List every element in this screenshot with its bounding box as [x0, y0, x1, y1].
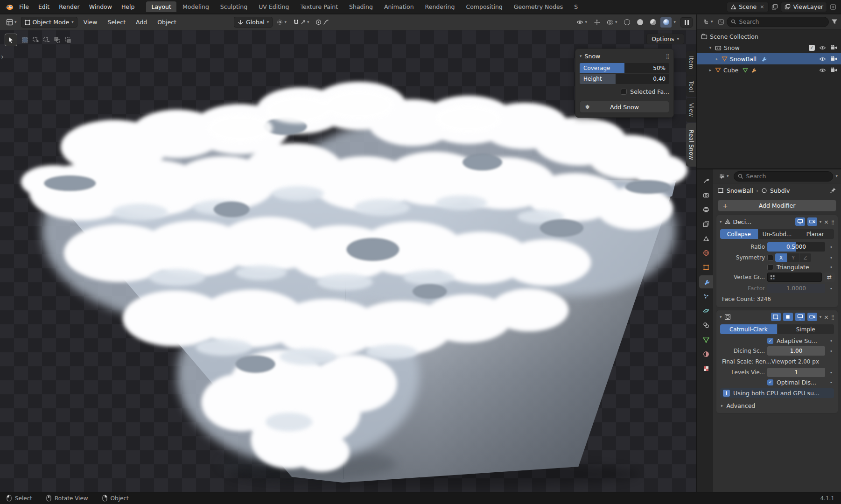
tab-object-data[interactable]	[699, 333, 713, 346]
snow-panel-header[interactable]: ▾ Snow ⣿	[580, 52, 669, 63]
animate-dot-icon[interactable]: •	[827, 338, 835, 344]
options-dropdown[interactable]: Options ▾	[646, 34, 684, 44]
drag-handle-icon[interactable]: ⣿	[831, 219, 834, 224]
shading-wireframe-button[interactable]	[621, 17, 632, 28]
workspace-tab-animation[interactable]: Animation	[379, 1, 419, 12]
workspace-tab-rendering[interactable]: Rendering	[420, 1, 460, 12]
viewport-menu-select[interactable]: Select	[103, 17, 130, 27]
animate-dot-icon[interactable]: •	[827, 348, 835, 354]
chevron-down-icon[interactable]: ▾	[720, 315, 722, 319]
display-viewport-toggle[interactable]	[795, 217, 805, 226]
shading-solid-button[interactable]	[634, 17, 645, 28]
disable-render-camera-icon[interactable]	[830, 45, 837, 50]
sidebar-tab-item[interactable]: Item	[686, 51, 696, 75]
tab-particles[interactable]	[699, 290, 713, 303]
menu-render[interactable]: Render	[55, 2, 84, 12]
vertex-group-input[interactable]	[767, 273, 822, 282]
tab-view-layer[interactable]	[699, 217, 713, 231]
proportional-editing-button[interactable]	[313, 18, 331, 27]
sidebar-tab-real-snow[interactable]: Real Snow	[686, 123, 696, 167]
animate-dot-icon[interactable]: •	[827, 244, 835, 250]
viewport-menu-view[interactable]: View	[79, 17, 102, 27]
workspace-tab-truncated[interactable]: S	[569, 1, 583, 12]
menu-edit[interactable]: Edit	[34, 2, 54, 12]
menu-help[interactable]: Help	[117, 2, 139, 12]
collection-checkbox[interactable]: ✓	[809, 45, 815, 51]
extras-chevron-icon[interactable]: ▾	[820, 315, 822, 319]
tab-constraints[interactable]	[699, 319, 713, 332]
select-mode-extend-button[interactable]	[31, 35, 40, 45]
height-slider[interactable]: Height 0.40	[580, 74, 669, 84]
outliner-display-mode-icon[interactable]	[718, 19, 724, 25]
snap-magnet-button[interactable]: ▾	[291, 18, 312, 27]
breadcrumb-object[interactable]: SnowBall	[727, 187, 753, 194]
tab-physics[interactable]	[699, 304, 713, 317]
disable-render-camera-icon[interactable]	[830, 67, 837, 73]
animate-dot-icon[interactable]: •	[827, 370, 835, 376]
shading-rendered-button[interactable]	[660, 17, 672, 28]
gizmos-button[interactable]	[591, 18, 603, 27]
chevron-right-icon[interactable]: ▸	[715, 56, 719, 61]
orientation-dropdown[interactable]: Global ▾	[234, 17, 273, 28]
outliner-search-input[interactable]: Search	[727, 17, 829, 27]
dicing-scale-field[interactable]: 1.00	[767, 346, 825, 356]
decimate-name[interactable]: Deci...	[733, 218, 793, 225]
show-gizmo-button[interactable]: ▾	[574, 18, 589, 26]
hide-eye-icon[interactable]	[819, 68, 826, 73]
close-modifier-icon[interactable]: ×	[824, 218, 828, 225]
factor-slider[interactable]: 1.0000	[767, 284, 825, 293]
outliner-row-snowball[interactable]: ▸ SnowBall	[697, 53, 841, 64]
workspace-tab-modeling[interactable]: Modeling	[177, 1, 214, 12]
new-viewlayer-icon[interactable]	[830, 4, 836, 10]
subdivision-header[interactable]: ▾	[716, 310, 838, 323]
adaptive-subdivision-checkbox[interactable]: ✓	[767, 338, 773, 344]
tab-object[interactable]	[699, 261, 713, 274]
select-mode-intersect-button[interactable]	[63, 35, 72, 45]
filter-funnel-icon[interactable]	[831, 19, 838, 25]
viewport-canvas[interactable]: ›	[0, 30, 696, 492]
outliner-editor-type-button[interactable]: ▾	[701, 17, 715, 27]
viewport-menu-add[interactable]: Add	[132, 17, 151, 27]
mode-collapse-button[interactable]: Collapse	[720, 229, 758, 239]
new-scene-icon[interactable]	[771, 4, 778, 10]
pause-render-button[interactable]	[680, 17, 693, 28]
sidebar-tab-tool[interactable]: Tool	[686, 76, 696, 98]
snap-target-button[interactable]: ▾	[274, 18, 289, 27]
display-render-toggle[interactable]	[807, 313, 817, 321]
disable-render-camera-icon[interactable]	[830, 56, 837, 62]
extras-chevron-icon[interactable]: ▾	[820, 220, 822, 224]
menu-file[interactable]: File	[15, 2, 33, 12]
viewlayer-selector[interactable]: ViewLayer	[781, 2, 827, 12]
tab-tool[interactable]	[699, 174, 713, 187]
tab-render[interactable]	[699, 189, 713, 202]
workspace-tab-layout[interactable]: Layout	[146, 1, 176, 12]
chevron-right-icon[interactable]: ▸	[708, 68, 713, 72]
tab-modifiers[interactable]	[699, 275, 713, 288]
tab-scene[interactable]	[699, 232, 713, 245]
add-snow-button[interactable]: ❄ Add Snow	[580, 101, 669, 113]
select-mode-subtract-button[interactable]	[42, 35, 51, 45]
viewport-menu-object[interactable]: Object	[153, 17, 181, 27]
add-modifier-button[interactable]: + Add Modifier	[718, 200, 836, 211]
menu-window[interactable]: Window	[85, 2, 116, 12]
display-viewport-toggle[interactable]	[795, 313, 805, 321]
mode-simple-button[interactable]: Simple	[778, 324, 834, 334]
panel-drag-handle-icon[interactable]: ⣿	[666, 54, 669, 59]
workspace-tab-compositing[interactable]: Compositing	[461, 1, 507, 12]
blender-logo-icon[interactable]	[5, 3, 14, 11]
outliner-row-snow[interactable]: ▾ Snow ✓	[697, 42, 841, 53]
animate-dot-icon[interactable]: •	[827, 379, 835, 385]
optimal-display-checkbox[interactable]: ✓	[767, 379, 773, 385]
tab-output[interactable]	[699, 203, 713, 216]
mode-catmull-clark-button[interactable]: Catmull-Clark	[720, 324, 777, 334]
axis-x-button[interactable]: X	[775, 253, 787, 262]
chevron-down-icon[interactable]: ▾	[720, 220, 722, 224]
editor-type-button[interactable]: ▾	[4, 17, 19, 27]
outliner-row-cube[interactable]: ▸ Cube	[697, 64, 841, 76]
display-on-cage-toggle[interactable]	[783, 313, 793, 321]
invert-vertex-group-button[interactable]: ⇄	[824, 273, 835, 282]
triangulate-checkbox[interactable]	[767, 264, 773, 270]
chevron-down-icon[interactable]: ▾	[708, 45, 713, 50]
active-tool-button[interactable]	[5, 34, 17, 46]
axis-z-button[interactable]: Z	[799, 253, 811, 262]
